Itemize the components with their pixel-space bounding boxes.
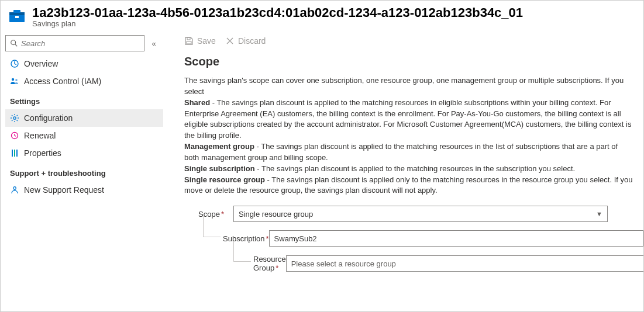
- svg-rect-13: [16, 150, 18, 157]
- save-icon: [184, 36, 194, 46]
- clock-icon: [10, 131, 19, 140]
- toolbar-label: Save: [197, 36, 216, 46]
- discard-icon: [225, 36, 235, 46]
- overview-icon: [10, 59, 19, 68]
- search-box[interactable]: [5, 35, 144, 51]
- sidebar-item-configuration[interactable]: Configuration: [5, 109, 163, 127]
- svg-line-5: [15, 44, 18, 47]
- scope-form: Scope* Single resource group ▼ Subscript…: [184, 206, 633, 272]
- properties-icon: [10, 148, 19, 158]
- people-icon: [10, 77, 19, 86]
- subscription-input[interactable]: SwamySub2: [269, 230, 643, 247]
- svg-rect-2: [13, 10, 20, 13]
- chevron-down-icon: ▼: [596, 210, 602, 217]
- tree-connector: [203, 216, 221, 237]
- sidebar-section-support: Support + troubleshooting: [5, 162, 163, 181]
- sidebar-section-settings: Settings: [5, 90, 163, 109]
- collapse-sidebar-button[interactable]: «: [148, 39, 160, 48]
- resource-group-placeholder: Please select a resource group: [291, 259, 396, 268]
- support-icon: [10, 185, 19, 195]
- subscription-value: SwamySub2: [274, 234, 317, 243]
- resource-group-select[interactable]: Please select a resource group ▼: [286, 255, 643, 272]
- sidebar-item-overview[interactable]: Overview: [5, 55, 163, 72]
- sidebar-item-new-support-request[interactable]: New Support Request: [5, 181, 163, 199]
- search-input[interactable]: [21, 39, 140, 48]
- svg-point-4: [11, 40, 16, 45]
- svg-point-8: [15, 79, 18, 81]
- sidebar-item-label: Properties: [24, 148, 61, 158]
- page-title: 1a23b123-01aa-123a-4b56-0123a1b23cd4:01a…: [32, 5, 636, 20]
- scope-select-value: Single resource group: [239, 210, 313, 219]
- svg-point-14: [13, 187, 16, 190]
- svg-rect-16: [187, 41, 191, 44]
- svg-rect-3: [15, 16, 19, 18]
- svg-rect-12: [14, 150, 15, 157]
- sidebar: « Overview Access Control (IAM) Settings…: [1, 32, 163, 308]
- scope-select[interactable]: Single resource group ▼: [233, 206, 608, 222]
- page-header: 1a23b123-01aa-123a-4b56-0123a1b23cd4:01a…: [1, 1, 643, 32]
- svg-point-7: [12, 78, 14, 81]
- toolbar-label: Discard: [238, 36, 266, 46]
- toolbar: Save Discard: [184, 35, 633, 55]
- search-icon: [9, 39, 19, 48]
- scope-description: The savings plan's scope can cover one s…: [184, 75, 633, 196]
- svg-point-9: [13, 117, 16, 119]
- gear-icon: [10, 113, 19, 123]
- sidebar-item-label: Renewal: [24, 131, 56, 140]
- main-content: Save Discard Scope The savings plan's sc…: [163, 32, 643, 308]
- section-heading: Scope: [184, 55, 633, 68]
- discard-button[interactable]: Discard: [225, 36, 266, 46]
- tree-connector: [233, 241, 251, 262]
- savings-plan-icon: [8, 6, 26, 25]
- sidebar-item-properties[interactable]: Properties: [5, 144, 163, 162]
- page-subtitle: Savings plan: [32, 19, 636, 28]
- save-button[interactable]: Save: [184, 36, 216, 46]
- sidebar-item-label: Access Control (IAM): [24, 77, 101, 86]
- resource-group-label: Resource Group*: [253, 255, 286, 272]
- sidebar-item-label: Overview: [24, 59, 58, 68]
- sidebar-item-label: Configuration: [24, 113, 73, 123]
- sidebar-item-label: New Support Request: [24, 185, 104, 195]
- sidebar-item-renewal[interactable]: Renewal: [5, 127, 163, 144]
- sidebar-item-access-control[interactable]: Access Control (IAM): [5, 72, 163, 90]
- svg-rect-11: [12, 150, 13, 157]
